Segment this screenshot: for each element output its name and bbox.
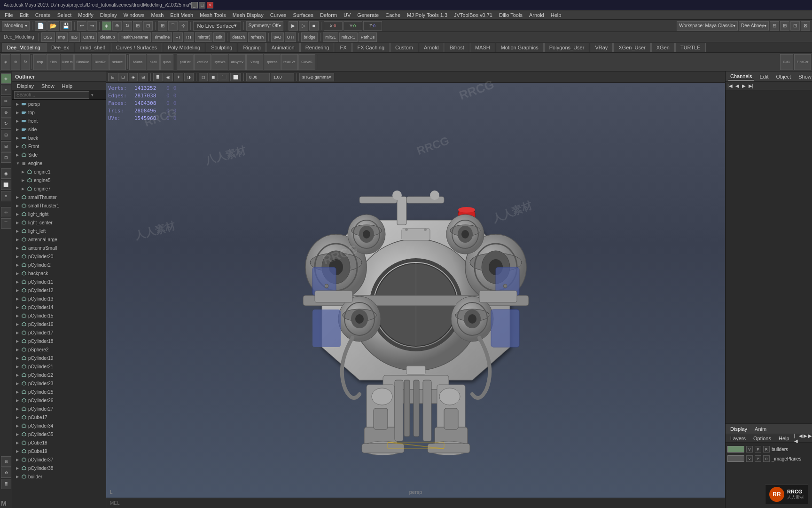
outliner-item-pcylinder26[interactable]: ▶pCylinder26: [12, 396, 106, 405]
outliner-item-smallthruster1[interactable]: ▶smallThruster1: [12, 201, 106, 210]
outliner-item-pcylinder14[interactable]: ▶pCylinder14: [12, 303, 106, 311]
shelf-tool-7[interactable]: N9ons: [129, 54, 146, 70]
menu-item-edit[interactable]: Edit: [17, 12, 31, 18]
outliner-item-builder[interactable]: ▶builder: [12, 472, 106, 481]
minimize-btn[interactable]: _: [191, 2, 198, 8]
shelf-tool-14[interactable]: Vstog: [246, 54, 263, 70]
show-tab[interactable]: Show: [796, 73, 812, 80]
edit-btn[interactable]: edit: [213, 32, 225, 42]
outliner-item-front[interactable]: ▶front: [12, 117, 106, 125]
outliner-item-pcylinder37[interactable]: ▶pCylinder37: [12, 455, 106, 464]
menu-item-modify[interactable]: Modify: [75, 12, 96, 18]
vp-shadow-btn[interactable]: ◑: [184, 73, 194, 81]
shelf-right-2[interactable]: FindCer: [794, 54, 811, 70]
xyz-x[interactable]: X: 0: [324, 21, 343, 31]
outliner-show-menu[interactable]: Show: [39, 83, 57, 89]
layout-btn-1[interactable]: ⊟: [770, 21, 779, 31]
outliner-item-front[interactable]: ▶Front: [12, 142, 106, 151]
outliner-item-pcube18[interactable]: ▶pCube18: [12, 438, 106, 447]
help-menu-item[interactable]: Help: [776, 435, 792, 442]
outliner-item-pcylinder16[interactable]: ▶pCylinder16: [12, 320, 106, 328]
shelf-tool-5[interactable]: BlindDr: [92, 54, 109, 70]
menu-item-mesh-display[interactable]: Mesh Display: [230, 12, 266, 18]
outliner-item-pcylinder23[interactable]: ▶pCylinder23: [12, 379, 106, 388]
layout-btn-4[interactable]: ⊠: [801, 21, 810, 31]
mirror2r-btn[interactable]: mir2R1: [339, 32, 358, 42]
redo-btn[interactable]: ↪: [87, 21, 97, 31]
snap-curve[interactable]: ⌒: [168, 21, 178, 31]
xyz-z[interactable]: Z: 0: [363, 21, 382, 31]
pathds-btn[interactable]: PathDs: [359, 32, 377, 42]
scale-tool[interactable]: ⊞: [133, 21, 142, 31]
mirror-btn[interactable]: mirror(: [195, 32, 212, 42]
menu-item-edit-mesh[interactable]: Edit Mesh: [167, 12, 196, 18]
tab-poly-modeling[interactable]: Poly Modeling: [163, 43, 205, 52]
select-tool[interactable]: ◈: [102, 21, 111, 31]
tab-turtle[interactable]: TURTLE: [675, 43, 706, 52]
uvO-btn[interactable]: uvO: [271, 32, 284, 42]
outliner-item-engine1[interactable]: ▶engine1: [12, 167, 106, 176]
outliner-item-pcylinder12[interactable]: ▶pCylinder12: [12, 286, 106, 294]
vp-shade-1[interactable]: ◻: [199, 73, 208, 81]
shelf-tool-3[interactable]: Blinn m: [61, 54, 74, 70]
render-btn[interactable]: ▶: [289, 21, 298, 31]
display-layer-btn[interactable]: ≡: [1, 191, 11, 201]
shelf-tool-4[interactable]: BlinnDar: [74, 54, 91, 70]
outliner-item-pcylinder20[interactable]: ▶pCylinder20: [12, 252, 106, 261]
imageplanes-v-flag[interactable]: V: [746, 455, 753, 462]
lasso-btn[interactable]: ⌖: [1, 85, 11, 95]
tab-motion-graphics[interactable]: Motion Graphics: [496, 43, 544, 52]
outliner-item-pcylinder18[interactable]: ▶pCylinder18: [12, 337, 106, 345]
outliner-search-input[interactable]: [14, 91, 89, 99]
cleanup-btn[interactable]: cleanup: [98, 32, 117, 42]
shelf-tool-13[interactable]: abSymV: [229, 54, 246, 70]
imageplanes-swatch[interactable]: [727, 455, 744, 462]
menu-item-dillo-tools[interactable]: Dillo Tools: [496, 12, 525, 18]
menu-item-select[interactable]: Select: [55, 12, 75, 18]
ch-next-btn[interactable]: ▶: [742, 83, 746, 88]
builders-v-flag[interactable]: V: [746, 446, 753, 452]
tab-sculpting[interactable]: Sculpting: [206, 43, 237, 52]
shelf-tool-11[interactable]: vertSna: [194, 54, 211, 70]
outliner-item-light_left[interactable]: ▶light_left: [12, 227, 106, 235]
shelf-tool-17[interactable]: CurveS: [298, 54, 315, 70]
undo-btn[interactable]: ↩: [77, 21, 86, 31]
shelf-tool-12[interactable]: symWo: [211, 54, 228, 70]
tab-droid_shelf[interactable]: droid_shelf: [75, 43, 110, 52]
menu-item-jvtoolbox-v0.71[interactable]: JVToolBox v0.71: [451, 12, 495, 18]
tab-rendering[interactable]: Rendering: [300, 43, 335, 52]
vp-light-btn[interactable]: ☀: [174, 73, 183, 81]
outliner-item-pcylinder35[interactable]: ▶pCylinder35: [12, 430, 106, 438]
user-dropdown[interactable]: Dee Abney ▾: [739, 21, 769, 31]
channel-ctrl-btn[interactable]: ≣: [1, 479, 11, 489]
move-tool[interactable]: ⊕: [112, 21, 122, 31]
outliner-item-pcylinder21[interactable]: ▶pCylinder21: [12, 362, 106, 371]
tab-dee_ex[interactable]: Dee_ex: [46, 43, 74, 52]
builders-swatch[interactable]: [727, 446, 744, 452]
uti-btn[interactable]: UTI: [285, 32, 297, 42]
i6s-btn[interactable]: I&S: [69, 32, 80, 42]
vp-icon-3[interactable]: ◈: [129, 73, 138, 81]
no-live-surface[interactable]: No Live Surface ▾: [193, 21, 241, 31]
vp-icon-4[interactable]: ⊞: [139, 73, 148, 81]
outliner-item-smallthruster[interactable]: ▶smallThruster: [12, 193, 106, 201]
vp-shade-4[interactable]: ⬜: [230, 73, 241, 81]
layout-btn-2[interactable]: ⊞: [780, 21, 789, 31]
menu-item-arnold[interactable]: Arnold: [526, 12, 547, 18]
move-mode-btn[interactable]: ⊕: [1, 107, 11, 118]
tab-vray[interactable]: VRay: [590, 43, 613, 52]
menu-item-deform[interactable]: Deform: [317, 12, 340, 18]
imp-btn[interactable]: Imp: [56, 32, 68, 42]
tab-mash[interactable]: MASH: [470, 43, 495, 52]
builders-r-flag[interactable]: R: [763, 446, 770, 452]
vp-icon-2[interactable]: ⊡: [118, 73, 128, 81]
rotate-tool[interactable]: ↻: [123, 21, 132, 31]
tab-custom[interactable]: Custom: [390, 43, 418, 52]
tab-animation[interactable]: Animation: [266, 43, 300, 52]
new-btn[interactable]: 📄: [35, 21, 47, 31]
ft-btn[interactable]: FT: [173, 32, 183, 42]
refresh-btn[interactable]: refresh: [248, 32, 266, 42]
layer-first-btn[interactable]: |◀: [794, 433, 798, 444]
close-btn[interactable]: ×: [207, 2, 213, 8]
menu-item-help[interactable]: Help: [548, 12, 564, 18]
